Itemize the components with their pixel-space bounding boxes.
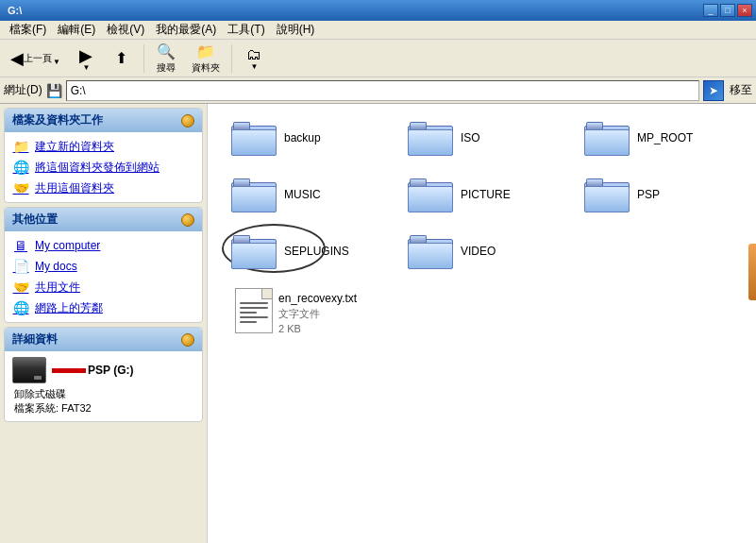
folder-icon-seplugins (231, 231, 277, 269)
folder-icon-mp-root (584, 118, 630, 156)
back-dropdown-icon[interactable]: ▼ (53, 58, 60, 66)
share-folder-item[interactable]: 🤝 共用這個資料夾 (12, 179, 194, 196)
folder-label-video: VIDEO (461, 245, 496, 258)
views-dropdown-icon[interactable]: ▼ (250, 62, 258, 71)
folders-button[interactable]: 📁 資料夾 (185, 40, 227, 77)
separator-2 (231, 44, 232, 73)
up-icon: ⬆ (115, 49, 127, 67)
address-label: 網址(D) (4, 82, 42, 98)
share-folder-icon: 🤝 (12, 179, 29, 196)
back-label: 上一頁 (24, 52, 52, 65)
network-label: 網路上的芳鄰 (35, 300, 103, 316)
close-button[interactable]: × (737, 4, 752, 17)
folder-seplugins[interactable]: SEPLUGINS (227, 227, 384, 274)
file-grid: backup ISO (227, 113, 737, 339)
go-arrow-button[interactable]: ➤ (703, 80, 724, 101)
toolbar: ◀ 上一頁 ▼ ▶ ▼ ⬆ 🔍 搜尋 📁 資料夾 🗂 ▼ (0, 40, 756, 77)
section-collapse-dot-1[interactable] (181, 114, 194, 127)
menu-view[interactable]: 檢視(V) (101, 20, 150, 40)
folder-label-psp: PSP (637, 188, 660, 201)
menu-help[interactable]: 說明(H) (271, 20, 321, 40)
my-computer-item[interactable]: 🖥 My computer (12, 237, 194, 254)
file-en-recovexy[interactable]: en_recovexy.txt 文字文件 2 KB (227, 283, 384, 339)
share-folder-label: 共用這個資料夾 (35, 180, 114, 196)
create-folder-label: 建立新的資料夾 (35, 139, 114, 155)
folder-icon-music (231, 175, 277, 212)
forward-button[interactable]: ▶ ▼ (69, 42, 103, 75)
menu-file[interactable]: 檔案(F) (4, 20, 52, 40)
folder-mp-root[interactable]: MP_ROOT (580, 113, 737, 161)
folder-backup[interactable]: backup (227, 113, 384, 161)
details-drive-type: 卸除式磁碟 (14, 387, 194, 401)
views-icon: 🗂 (246, 46, 261, 63)
folder-icon-psp (584, 175, 630, 212)
maximize-button[interactable]: □ (720, 4, 735, 17)
back-icon: ◀ (10, 48, 24, 69)
my-docs-label: My docs (35, 260, 77, 273)
my-computer-icon: 🖥 (12, 237, 29, 254)
search-icon: 🔍 (157, 42, 176, 60)
main-layout: 檔案及資料夾工作 📁 建立新的資料夾 🌐 將這個資料夾發佈到網站 🤝 共用這個資… (0, 104, 756, 543)
menu-bar: 檔案(F) 編輯(E) 檢視(V) 我的最愛(A) 工具(T) 說明(H) (0, 21, 756, 40)
file-folder-tasks-section: 檔案及資料夾工作 📁 建立新的資料夾 🌐 將這個資料夾發佈到網站 🤝 共用這個資… (4, 108, 203, 203)
views-button[interactable]: 🗂 ▼ (237, 43, 271, 74)
other-locations-body: 🖥 My computer 📄 My docs 🤝 共用文件 🌐 網路上的芳鄰 (5, 231, 202, 322)
details-drive-name: PSP (G:) (88, 364, 133, 377)
folder-iso[interactable]: ISO (403, 113, 561, 161)
minimize-button[interactable]: _ (703, 4, 718, 17)
folder-label-mp-root: MP_ROOT (637, 131, 693, 144)
folder-icon-backup (231, 118, 277, 156)
details-title: 詳細資料 (12, 331, 58, 348)
other-locations-title: 其他位置 (12, 212, 58, 228)
folder-label-picture: PICTURE (461, 188, 511, 201)
address-bar: 網址(D) 💾 ➤ 移至 (0, 77, 756, 104)
search-button[interactable]: 🔍 搜尋 (149, 40, 183, 77)
folder-music[interactable]: MUSIC (227, 170, 384, 217)
title-bar: G:\ _ □ × (0, 0, 756, 21)
details-drive-row: PSP (G:) (12, 357, 194, 383)
file-label-en-recovexy: en_recovexy.txt (278, 292, 357, 305)
folder-icon-iso (408, 118, 453, 156)
separator-1 (143, 44, 144, 73)
file-folder-tasks-header: 檔案及資料夾工作 (5, 109, 202, 132)
content-area: backup ISO (208, 104, 756, 543)
title-text: G:\ (4, 5, 22, 16)
file-type-en-recovexy: 文字文件 (278, 307, 357, 321)
txt-file-icon (235, 288, 273, 333)
address-input[interactable] (66, 80, 699, 101)
details-header: 詳細資料 (5, 328, 202, 351)
file-size-en-recovexy: 2 KB (278, 323, 357, 334)
publish-folder-icon: 🌐 (12, 159, 29, 176)
network-item[interactable]: 🌐 網路上的芳鄰 (12, 299, 194, 316)
folder-icon-video (408, 231, 453, 269)
section-collapse-dot-3[interactable] (181, 333, 194, 347)
folder-video[interactable]: VIDEO (403, 227, 561, 274)
back-button[interactable]: ◀ 上一頁 ▼ (4, 45, 67, 72)
menu-tools[interactable]: 工具(T) (222, 20, 270, 40)
folder-icon-picture (408, 175, 453, 212)
shared-docs-label: 共用文件 (35, 280, 80, 296)
resize-handle[interactable] (748, 244, 756, 300)
folder-label-iso: ISO (461, 131, 480, 144)
publish-folder-item[interactable]: 🌐 將這個資料夾發佈到網站 (12, 159, 194, 176)
create-folder-item[interactable]: 📁 建立新的資料夾 (12, 138, 194, 155)
forward-dropdown-icon[interactable]: ▼ (82, 63, 90, 72)
shared-docs-icon: 🤝 (12, 279, 29, 296)
section-collapse-dot-2[interactable] (181, 213, 194, 227)
network-icon: 🌐 (12, 299, 29, 316)
shared-docs-item[interactable]: 🤝 共用文件 (12, 279, 194, 296)
menu-edit[interactable]: 編輯(E) (52, 20, 101, 40)
folder-psp[interactable]: PSP (580, 170, 737, 217)
file-folder-tasks-body: 📁 建立新的資料夾 🌐 將這個資料夾發佈到網站 🤝 共用這個資料夾 (5, 132, 202, 202)
address-drive-icon: 💾 (46, 83, 62, 98)
folder-picture[interactable]: PICTURE (403, 170, 561, 217)
title-controls: _ □ × (703, 4, 752, 17)
file-folder-tasks-title: 檔案及資料夾工作 (12, 112, 103, 128)
folder-label-seplugins: SEPLUGINS (284, 245, 349, 258)
up-button[interactable]: ⬆ (105, 46, 139, 70)
details-body: PSP (G:) 卸除式磁碟 檔案系統: FAT32 (5, 351, 202, 421)
my-computer-label: My computer (35, 239, 100, 252)
menu-favorites[interactable]: 我的最愛(A) (150, 20, 222, 40)
my-docs-item[interactable]: 📄 My docs (12, 258, 194, 275)
go-label[interactable]: 移至 (730, 82, 752, 98)
